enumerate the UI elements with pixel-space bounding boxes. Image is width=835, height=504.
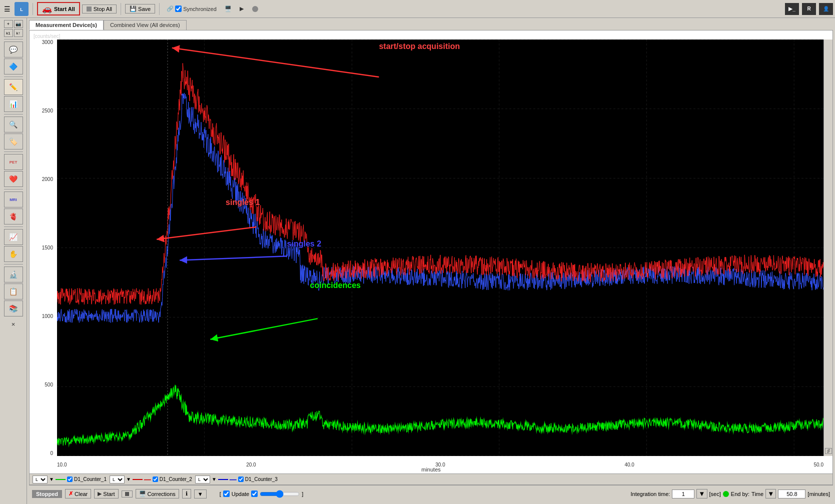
legend-item-2: L ▼ — D1_Counter_2 (110, 476, 192, 484)
terminal-button[interactable]: ▶_ (785, 3, 799, 15)
legend-bar: L ▼ D1_Counter_1 L ▼ — D1_Counter_2 L (29, 474, 833, 485)
play-icon: ▶ (98, 490, 102, 497)
legend-dash-2: — (144, 476, 151, 483)
close-sidebar-button[interactable]: × (11, 320, 17, 329)
percent-button[interactable]: % (825, 448, 832, 454)
clear-x-icon: ✗ (69, 490, 73, 497)
integration-dropdown[interactable]: ▼ (696, 489, 707, 498)
save-button[interactable]: 💾 Save (125, 4, 155, 14)
sidebar-row-1: + 📷 (4, 20, 23, 28)
app-logo: L (15, 2, 29, 16)
end-by-label: End by: (731, 491, 749, 497)
xtick-10: 10.0 (57, 462, 67, 468)
integration-time-label: Integration time: (630, 491, 670, 497)
svg-point-2 (252, 6, 258, 12)
user-button[interactable]: 👤 (819, 3, 833, 15)
sidebar-icon-tool2[interactable]: ✋ (4, 246, 23, 262)
ytick-500: 500 (32, 382, 55, 388)
sidebar-icon-pet[interactable]: PET (4, 154, 23, 170)
sidebar-icon-video[interactable]: 📷 (14, 20, 23, 28)
start-all-button[interactable]: 🚗 Start All (37, 2, 80, 16)
legend-checkbox-1[interactable] (67, 476, 73, 482)
sidebar-icon-layers[interactable]: 📊 (4, 96, 23, 112)
legend-checkbox-2[interactable] (153, 476, 158, 482)
expand-button[interactable]: ▼ (194, 490, 207, 498)
tab-measurement-device[interactable]: Measurement Device(s) (29, 20, 104, 30)
sidebar-icon-plus[interactable]: + (4, 20, 13, 28)
end-by-dropdown[interactable]: ▼ (765, 489, 776, 498)
stop-button[interactable] (122, 490, 133, 498)
link-icon: 🔗 (167, 6, 174, 12)
sidebar-icon-tool1[interactable]: 📈 (4, 229, 23, 245)
main-area: + 📷 k1 k↑ 💬 🔷 ✏️ 📊 🔍 🏷️ PET ❤️ MRI 🫀 📈 ✋… (0, 18, 835, 504)
update-checkbox[interactable] (223, 490, 230, 497)
sidebar-icon-speech[interactable]: 💬 (4, 42, 23, 58)
sidebar-icon-stack[interactable]: 📚 (4, 300, 23, 316)
sidebar-icon-k1[interactable]: k1 (4, 29, 13, 37)
svg-text:L: L (20, 7, 23, 12)
chart-canvas-area[interactable] (57, 40, 823, 456)
update-checkbox-2[interactable] (251, 490, 258, 497)
info-button[interactable]: ℹ (182, 489, 191, 498)
stop-all-label: Stop All (94, 6, 112, 12)
car-icon: 🚗 (42, 4, 52, 14)
sidebar-icon-shapes[interactable]: 🔷 (4, 58, 23, 74)
start-button[interactable]: ▶ Start (94, 489, 118, 498)
clear-label: Clear (75, 491, 88, 497)
tab-combined-view[interactable]: Combined View (All devices) (104, 20, 187, 30)
sidebar-icon-k2[interactable]: k↑ (14, 29, 23, 37)
hamburger-icon[interactable]: ☰ (2, 4, 13, 14)
clear-button[interactable]: ✗ Clear (65, 489, 91, 498)
device-icon-item[interactable]: 🖥️ (222, 4, 235, 13)
top-toolbar: ☰ L 🚗 Start All Stop All 💾 Save 🔗 Synchr… (0, 0, 835, 18)
green-dot-indicator (723, 491, 729, 497)
legend-checkbox-3[interactable] (238, 476, 244, 482)
bracket-left: [ (220, 491, 221, 497)
status-badge: Stopped (32, 490, 62, 498)
legend-color-2 (133, 479, 143, 480)
more-button[interactable]: ▶ (237, 4, 247, 13)
update-slider[interactable] (260, 490, 300, 498)
ytick-2000: 2000 (32, 176, 55, 182)
legend-item-1: L ▼ D1_Counter_1 (33, 476, 107, 484)
xtick-20: 20.0 (246, 462, 256, 468)
start-all-label: Start All (54, 6, 75, 12)
sidebar-icon-heart[interactable]: ❤️ (4, 171, 23, 187)
integration-value-input[interactable] (672, 490, 694, 498)
r-button[interactable]: R (802, 3, 816, 15)
sidebar-icon-tag[interactable]: 🏷️ (4, 134, 23, 150)
tab-bar: Measurement Device(s) Combined View (All… (29, 20, 833, 30)
toolbar-separator-1 (33, 3, 33, 15)
ytick-2500: 2500 (32, 108, 55, 114)
corrections-button[interactable]: 🖥️ Corrections (136, 489, 179, 498)
legend-label-3: D1_Counter_3 (245, 476, 278, 482)
synchronized-label: Synchronized (183, 6, 217, 12)
save-icon: 💾 (130, 6, 137, 12)
sidebar-icon-tool4[interactable]: 📋 (4, 284, 23, 300)
legend-select-2[interactable]: L (110, 476, 125, 484)
content-panel: Measurement Device(s) Combined View (All… (27, 18, 835, 504)
synchronized-item[interactable]: 🔗 Synchronized (164, 4, 220, 13)
bottom-bar: Stopped ✗ Clear ▶ Start 🖥️ Corrections ℹ… (29, 485, 833, 502)
integration-unit: [sec] (709, 491, 721, 497)
legend-dropdown-2[interactable]: ▼ (126, 476, 131, 482)
end-value-input[interactable] (778, 490, 805, 498)
legend-select-3[interactable]: L (195, 476, 210, 484)
legend-dropdown-3[interactable]: ▼ (212, 476, 217, 482)
ytick-1000: 1000 (32, 314, 55, 319)
synchronized-checkbox[interactable] (175, 6, 182, 12)
chart-yaxis: 3000 2500 2000 1500 1000 500 0 (30, 40, 57, 456)
sidebar-icon-scan[interactable]: 🫀 (4, 208, 23, 224)
sidebar-icon-tool3[interactable]: 🔬 (4, 266, 23, 282)
sidebar-icon-mri[interactable]: MRI (4, 192, 23, 208)
stop-sq-icon (125, 492, 129, 496)
update-label: Update (232, 491, 249, 497)
sidebar-icon-pencil[interactable]: ✏️ (4, 79, 23, 95)
stop-all-button[interactable]: Stop All (82, 4, 117, 14)
xtick-50: 50.0 (814, 462, 823, 468)
toolbar-right: ▶_ R 👤 (785, 3, 833, 15)
legend-select-1[interactable]: L (33, 476, 48, 484)
legend-dropdown-1[interactable]: ▼ (49, 476, 54, 482)
sidebar-icon-search[interactable]: 🔍 (4, 116, 23, 132)
chart-right-panel: % (823, 40, 832, 456)
